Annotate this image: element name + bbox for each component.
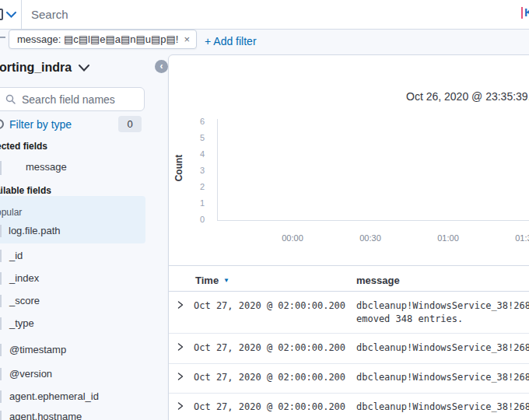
selected-fields-heading: Selected fields	[0, 141, 47, 152]
chevron-down-icon[interactable]	[6, 12, 16, 18]
index-pattern-selector[interactable]: reporting_indra	[0, 61, 89, 75]
sort-descending-icon[interactable]: ▼	[223, 277, 229, 284]
field-item-index[interactable]: _index	[0, 272, 39, 284]
y-tick: 4	[184, 149, 205, 159]
index-pattern-name: reporting_indra	[0, 61, 72, 75]
x-tick: 01:00	[429, 233, 468, 243]
kql-indicator	[521, 7, 523, 19]
query-menu-icon[interactable]	[0, 9, 3, 20]
divider	[169, 265, 529, 266]
divider	[169, 363, 529, 364]
popular-heading: Popular	[0, 207, 22, 218]
search-icon	[5, 94, 16, 104]
kql-button[interactable]: K	[524, 5, 529, 19]
field-item-timestamp[interactable]: @timestamp	[0, 344, 66, 355]
filter-edge-fragment	[0, 37, 5, 38]
field-item-log-file-path[interactable]: log.file.path	[0, 225, 61, 236]
divider	[169, 393, 529, 394]
field-item-agent-ephemeral-id[interactable]: agent.ephemeral_id	[0, 390, 99, 402]
cell-message: dbcleanup!WindowsService_38!268d	[356, 299, 529, 313]
y-tick: 6	[184, 117, 205, 126]
field-item-score[interactable]: _score	[0, 295, 40, 306]
x-tick: 01:30	[506, 233, 529, 243]
add-filter-button[interactable]: + Add filter	[205, 35, 257, 47]
top-search-bar: Search K	[0, 0, 529, 30]
divider	[169, 291, 529, 292]
cell-message: dbcleanup!WindowsService_38!268d	[356, 401, 529, 414]
chart-date-range-title: Oct 26, 2020 @ 23:35:39.3	[406, 90, 529, 103]
x-axis-line	[217, 220, 529, 221]
filter-count-badge: 0	[118, 116, 142, 132]
divider	[21, 0, 22, 29]
field-item-agent-hostname[interactable]: agent.hostname	[0, 411, 82, 420]
search-input[interactable]: Search	[31, 8, 68, 21]
y-tick: 2	[184, 182, 205, 191]
y-tick: 3	[184, 166, 205, 175]
expand-row-icon[interactable]	[177, 373, 184, 380]
filter-pill-message[interactable]: message: ▤c▤l▤e▤a▤n▤u▤p▤! ×	[9, 30, 197, 49]
expand-row-icon[interactable]	[177, 343, 184, 351]
cell-time: Oct 27, 2020 @ 02:00:00.200	[194, 299, 345, 313]
chevron-down-icon	[79, 65, 89, 72]
y-axis-line	[217, 119, 218, 221]
column-header-message[interactable]: message	[356, 275, 400, 286]
divider	[169, 333, 529, 334]
collapse-sidebar-icon[interactable]: ‹	[155, 60, 168, 73]
cell-message: dbcleanup!WindowsService_38!268d	[356, 371, 529, 384]
cell-message: dbcleanup!WindowsService_38!268d	[356, 341, 529, 355]
cell-time: Oct 27, 2020 @ 02:00:00.200	[194, 401, 345, 414]
fields-sidebar: ‹ reporting_indra Search field names Fil…	[0, 49, 168, 420]
field-search-placeholder: Search field names	[22, 93, 115, 106]
discover-panel: Oct 26, 2020 @ 23:35:39.3 Count 6 5 4 3 …	[168, 54, 529, 420]
available-fields-heading: Available fields	[0, 185, 51, 196]
expand-row-icon[interactable]	[177, 402, 184, 410]
x-tick: 00:00	[273, 233, 312, 243]
field-item-type[interactable]: _type	[0, 317, 34, 329]
y-tick: 0	[184, 215, 205, 224]
column-header-time[interactable]: Time	[195, 275, 219, 286]
x-tick: 00:30	[351, 233, 390, 243]
field-item-message[interactable]: message	[0, 161, 67, 173]
popular-fields-section: Popular log.file.path	[0, 196, 145, 243]
y-tick: 5	[184, 133, 205, 142]
cell-time: Oct 27, 2020 @ 02:00:00.200	[194, 341, 345, 355]
cell-time: Oct 27, 2020 @ 02:00:00.200	[194, 371, 345, 384]
field-item-version[interactable]: @version	[0, 368, 52, 380]
filter-by-type-button[interactable]: Filter by type	[9, 118, 72, 131]
expand-row-icon[interactable]	[177, 301, 184, 309]
field-search-input[interactable]: Search field names	[0, 87, 145, 111]
y-axis-label: Count	[173, 145, 184, 191]
field-item-id[interactable]: _id	[0, 250, 23, 261]
filter-by-type-icon	[0, 119, 4, 129]
cell-message-wrap: emoved 348 entries.	[356, 313, 463, 326]
filter-pill-label: message: ▤c▤l▤e▤a▤n▤u▤p▤!	[17, 33, 178, 45]
y-tick: 1	[184, 198, 205, 208]
close-icon[interactable]: ×	[184, 33, 190, 45]
